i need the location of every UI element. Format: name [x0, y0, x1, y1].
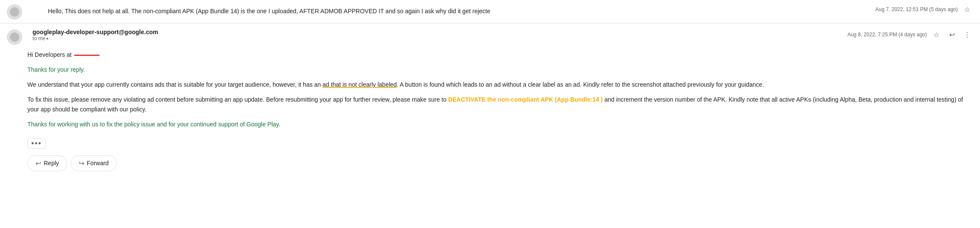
reply-icon-btn[interactable]: ↩: [946, 29, 958, 41]
first-email-snippet: Hello, This does not help at all. The no…: [27, 3, 490, 19]
forward-button[interactable]: ↪ Forward: [71, 155, 117, 171]
chevron-down-icon: ▾: [46, 36, 48, 41]
avatar-inner-first: [10, 7, 19, 17]
to-me-toggle[interactable]: to me ▾: [33, 35, 158, 41]
deactivate-text-before: To fix this issue, please remove any vio…: [27, 96, 448, 103]
ad-label-text-after: . A button is found which leads to an ad…: [397, 81, 764, 88]
ad-label-text-before: We understand that your app currently co…: [27, 81, 323, 88]
second-email-sender-info: googleplay-developer-support@google.com …: [33, 29, 158, 41]
second-star-icon: ☆: [933, 31, 939, 39]
second-email-date: Aug 8, 2022, 7:25 PM (4 days ago): [847, 32, 927, 38]
first-email-star-btn[interactable]: ☆: [961, 3, 973, 15]
greeting-paragraph: Hi Developers at: [27, 50, 973, 60]
reply-btn-icon: ↩: [36, 159, 41, 167]
second-email-star-btn[interactable]: ☆: [930, 29, 942, 41]
more-options-btn[interactable]: ⋮: [961, 29, 973, 41]
reply-btn-label: Reply: [44, 160, 59, 167]
second-email-meta: Aug 8, 2022, 7:25 PM (4 days ago) ☆ ↩ ⋮: [847, 29, 973, 41]
first-star-icon: ☆: [964, 6, 970, 14]
second-email-header: googleplay-developer-support@google.com …: [7, 29, 973, 45]
more-icon: ⋮: [964, 31, 971, 39]
thanks-working-paragraph: Thanks for working with us to fix the po…: [27, 120, 973, 129]
first-email-row: Hello, This does not help at all. The no…: [0, 0, 980, 23]
second-email-body: Hi Developers at Thanks for your reply. …: [7, 50, 973, 176]
deactivate-highlight: DEACTIVATE the non-compliant APK (App Bu…: [448, 96, 603, 103]
deactivate-paragraph: To fix this issue, please remove any vio…: [27, 95, 973, 114]
ad-label-paragraph: We understand that your app currently co…: [27, 80, 973, 90]
reply-icon: ↩: [949, 31, 955, 39]
ellipsis-button[interactable]: •••: [27, 138, 46, 149]
forward-btn-icon: ↪: [79, 159, 84, 167]
avatar-first: [7, 4, 22, 20]
ad-label-highlight: ad that is not clearly labeled: [323, 81, 397, 88]
to-me-label: to me: [33, 35, 45, 41]
action-buttons: ↩ Reply ↪ Forward: [27, 155, 973, 176]
second-email: googleplay-developer-support@google.com …: [0, 23, 980, 181]
first-email-right: Aug 7, 2022, 12:51 PM (5 days ago) ☆: [875, 3, 973, 15]
first-email-date: Aug 7, 2022, 12:51 PM (5 days ago): [875, 6, 958, 12]
avatar-second: [7, 29, 22, 45]
redacted-name-greeting: [74, 55, 100, 56]
thanks-reply-paragraph: Thanks for your reply.: [27, 65, 973, 75]
greeting-text: Hi Developers at: [27, 51, 72, 58]
first-email-left: Hello, This does not help at all. The no…: [7, 3, 875, 20]
second-email-sender-block: googleplay-developer-support@google.com …: [7, 29, 158, 45]
reply-button[interactable]: ↩ Reply: [27, 155, 67, 171]
second-email-sender-name: googleplay-developer-support@google.com: [33, 29, 158, 35]
forward-btn-label: Forward: [87, 160, 109, 167]
ellipsis-row: •••: [27, 135, 973, 149]
avatar-inner-second: [10, 32, 19, 42]
